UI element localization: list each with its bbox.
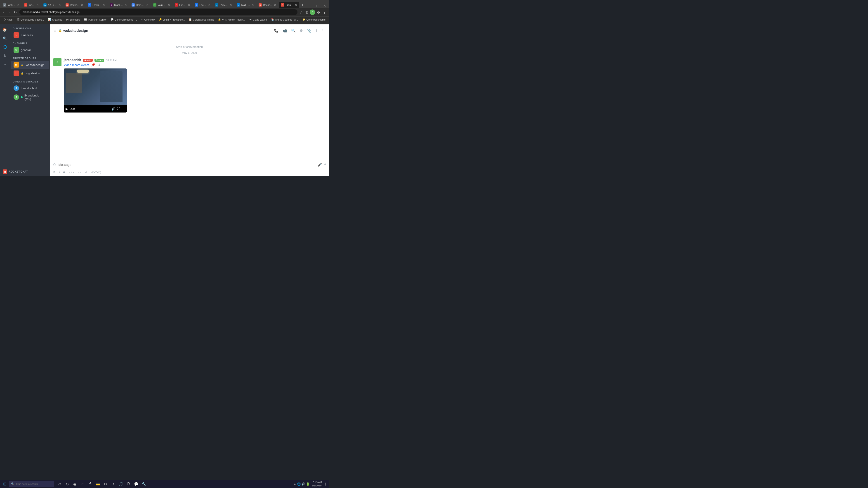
sort-icon[interactable]: ⇅ [2,53,8,59]
attachment-icon[interactable]: 📎 [306,28,312,34]
direct-messages-section-title: Direct Messages [10,77,50,84]
browser-tab-tab-slack[interactable]: S Slack | se... ✕ [107,2,129,8]
close-button[interactable]: ✕ [321,4,328,8]
tab-label: Inbox (2) [29,4,35,6]
favorite-star-icon[interactable]: ☆ [53,29,57,33]
bookmark-item[interactable]: 🗺Sitemaps [64,18,82,22]
search-icon[interactable]: 🔍 [2,35,8,41]
sidebar-item-discussion-Finances[interactable]: L Finances [11,31,49,39]
mic-button[interactable]: 🎤 [318,162,322,167]
tab-close-icon[interactable]: ✕ [81,3,83,6]
tab-close-icon[interactable]: ✕ [146,3,149,6]
play-button[interactable]: ▶ [66,107,68,111]
extension-button[interactable]: ⚙ [316,9,321,15]
bookmark-item[interactable]: 📚Online Courses - A... [269,18,300,22]
bookmark-item[interactable]: 🔒VPN Article Trackin... [216,18,247,22]
browser-tab-tab-gmail[interactable]: M Inbox (2) ✕ [22,2,41,8]
cast-button[interactable]: ⎗ [305,9,309,15]
katex-button[interactable]: \[KaTeX\] [90,170,102,174]
sidebar-item-dm-jbrandonbb_(you)[interactable]: J jbrandonbb (you) [11,92,49,102]
tab-label: Mail - Joh... [241,4,250,6]
tab-close-icon[interactable]: ✕ [59,3,61,6]
video-preview [64,68,127,105]
bookmark-item[interactable]: 💬Communications -... [109,18,138,22]
tab-close-icon[interactable]: ✕ [274,3,276,6]
file-name[interactable]: Video record.webm [64,63,89,67]
sidebar-item-group-logodesign[interactable]: L 🔒 logodesign [11,69,49,77]
strike-button[interactable]: S̶ [62,170,66,174]
tab-close-icon[interactable]: ✕ [168,3,170,6]
kebab-icon[interactable]: ⋮ [2,70,8,76]
message-input[interactable] [58,163,316,166]
bookmark-item[interactable]: 👁Overview [139,18,156,22]
reload-button[interactable]: ↻ [12,9,18,15]
bookmark-star[interactable]: ☆ [299,9,304,15]
info-icon[interactable]: ℹ [315,28,318,34]
more-header-icon[interactable]: ⋮ [320,28,326,34]
sidebar-item-channel-general[interactable]: G general [11,46,49,54]
tab-close-icon[interactable]: ✕ [230,3,232,6]
private-groups-section-title: Private Groups [10,54,50,61]
new-tab-button[interactable]: + [300,2,306,8]
bookmark-item[interactable]: 🎬Coronavirus videos... [15,18,46,22]
tab-close-icon[interactable]: ✕ [252,3,254,6]
forward-button[interactable]: › [7,9,11,15]
search-header-icon[interactable]: 🔍 [290,28,297,34]
browser-tab-tab-writing[interactable]: W Writing p... ✕ [1,2,22,8]
profile-button[interactable]: B [310,9,315,15]
bookmark-item[interactable]: 📰Publisher Center [82,18,108,22]
back-button[interactable]: ‹ [2,9,6,15]
messages-area: Start of conversation May 1, 2020 J jbra… [50,37,329,160]
tab-close-icon[interactable]: ✕ [17,3,20,6]
minimize-button[interactable]: ─ [307,4,314,8]
video-call-icon[interactable]: 📹 [282,28,288,34]
menu-button[interactable]: ⋮ [322,9,327,15]
kebab-settings-icon[interactable]: ⚙ [299,28,304,34]
browser-tab-tab-linkedin[interactable]: in (2) Linked... ✕ [41,2,63,8]
download-icon[interactable]: ⬇ [97,63,101,67]
globe-icon[interactable]: 🌐 [2,44,8,50]
bookmark-item[interactable]: 📊Analytics [46,18,64,22]
browser-tab-tab-mail-joh[interactable]: M Mail - Joh... ✕ [235,2,256,8]
browser-tab-tab-rocket2[interactable]: R Rocket.Ch... ✕ [256,2,278,8]
address-bar[interactable] [20,9,298,15]
sidebar-item-dm-jbrandonbb2[interactable]: J jbrandonbb2 [11,84,49,92]
italic-button[interactable]: i [58,170,61,174]
home-icon[interactable]: 🏠 [2,27,8,33]
group-avatar: W [13,62,19,68]
inline-code-button[interactable]: </> [68,170,75,174]
browser-tab-tab-freshbook[interactable]: F FreshBoo... ✕ [86,2,107,8]
other-bookmarks[interactable]: 📁 Other bookmarks [301,18,327,22]
browser-tab-tab-facebook[interactable]: f Facebook ✕ [193,2,213,8]
sidebar-item-group-websitedesign[interactable]: W 🔒 websitedesign [11,61,49,69]
tab-close-icon[interactable]: ✕ [208,3,211,6]
browser-tab-tab-flipboard[interactable]: F Flipboar... ✕ [173,2,192,8]
bookmark-item[interactable]: 🔑Login > Freelance... [157,18,187,22]
tab-close-icon[interactable]: ✕ [125,3,127,6]
browser-tab-tab-linkedin2[interactable]: in (2) Notific... ✕ [213,2,235,8]
bookmark-item[interactable]: ⬡Apps [2,18,14,22]
fullscreen-button[interactable]: ⛶ [117,107,120,111]
add-attachment-button[interactable]: + [324,162,327,167]
bookmark-item[interactable]: 📋Coronavirus Truths [187,18,216,22]
tab-close-icon[interactable]: ✕ [295,3,297,6]
emoji-button[interactable]: ☺ [53,162,57,167]
video-more-button[interactable]: ⋮ [122,107,125,111]
browser-tab-tab-rocket1[interactable]: R Rocket.Ch... ✕ [63,2,86,8]
phone-icon[interactable]: 📞 [273,28,279,34]
maximize-button[interactable]: □ [314,4,320,8]
video-progress-bar[interactable] [64,105,127,105]
tab-close-icon[interactable]: ✕ [36,3,39,6]
pin-icon[interactable]: 📌 [91,63,96,67]
tab-close-icon[interactable]: ✕ [188,3,190,6]
browser-tab-tab-home[interactable]: G Home - G... ✕ [129,2,151,8]
bookmark-item[interactable]: 👁Covid Watch [248,18,269,22]
compose-icon[interactable]: ✏ [2,61,8,67]
link-button[interactable]: ↵ [84,170,88,174]
volume-button[interactable]: 🔊 [112,107,115,111]
tab-close-icon[interactable]: ✕ [103,3,105,6]
browser-tab-tab-brandon[interactable]: R Brandon... ✕ [279,2,299,8]
code-block-button[interactable]: <> [77,170,82,174]
browser-tab-tab-volunteer[interactable]: V Volunteer... ✕ [151,2,172,8]
bold-button[interactable]: B [53,170,56,174]
